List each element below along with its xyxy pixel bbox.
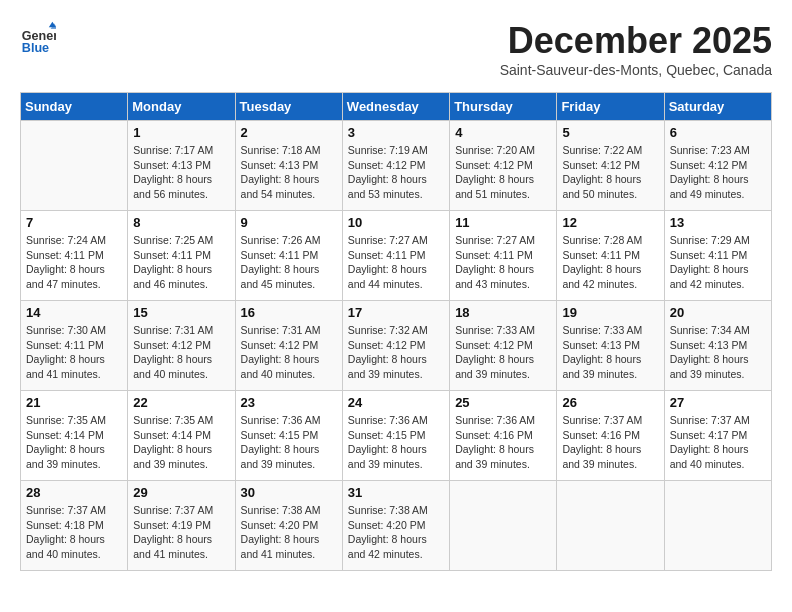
day-number: 7 bbox=[26, 215, 122, 230]
calendar-day-cell: 29Sunrise: 7:37 AMSunset: 4:19 PMDayligh… bbox=[128, 481, 235, 571]
weekday-header-cell: Wednesday bbox=[342, 93, 449, 121]
day-number: 30 bbox=[241, 485, 337, 500]
calendar-day-cell: 6Sunrise: 7:23 AMSunset: 4:12 PMDaylight… bbox=[664, 121, 771, 211]
day-number: 17 bbox=[348, 305, 444, 320]
calendar-day-cell bbox=[664, 481, 771, 571]
day-info: Sunrise: 7:27 AMSunset: 4:11 PMDaylight:… bbox=[455, 233, 551, 292]
day-info: Sunrise: 7:30 AMSunset: 4:11 PMDaylight:… bbox=[26, 323, 122, 382]
calendar-day-cell: 17Sunrise: 7:32 AMSunset: 4:12 PMDayligh… bbox=[342, 301, 449, 391]
weekday-header-cell: Saturday bbox=[664, 93, 771, 121]
day-info: Sunrise: 7:37 AMSunset: 4:19 PMDaylight:… bbox=[133, 503, 229, 562]
day-info: Sunrise: 7:29 AMSunset: 4:11 PMDaylight:… bbox=[670, 233, 766, 292]
day-number: 9 bbox=[241, 215, 337, 230]
calendar-day-cell: 28Sunrise: 7:37 AMSunset: 4:18 PMDayligh… bbox=[21, 481, 128, 571]
day-info: Sunrise: 7:22 AMSunset: 4:12 PMDaylight:… bbox=[562, 143, 658, 202]
day-info: Sunrise: 7:28 AMSunset: 4:11 PMDaylight:… bbox=[562, 233, 658, 292]
calendar-day-cell: 25Sunrise: 7:36 AMSunset: 4:16 PMDayligh… bbox=[450, 391, 557, 481]
day-info: Sunrise: 7:24 AMSunset: 4:11 PMDaylight:… bbox=[26, 233, 122, 292]
day-info: Sunrise: 7:17 AMSunset: 4:13 PMDaylight:… bbox=[133, 143, 229, 202]
day-number: 21 bbox=[26, 395, 122, 410]
calendar-day-cell: 22Sunrise: 7:35 AMSunset: 4:14 PMDayligh… bbox=[128, 391, 235, 481]
day-info: Sunrise: 7:32 AMSunset: 4:12 PMDaylight:… bbox=[348, 323, 444, 382]
calendar-day-cell: 16Sunrise: 7:31 AMSunset: 4:12 PMDayligh… bbox=[235, 301, 342, 391]
day-info: Sunrise: 7:37 AMSunset: 4:17 PMDaylight:… bbox=[670, 413, 766, 472]
day-number: 18 bbox=[455, 305, 551, 320]
calendar-day-cell: 18Sunrise: 7:33 AMSunset: 4:12 PMDayligh… bbox=[450, 301, 557, 391]
day-number: 8 bbox=[133, 215, 229, 230]
day-number: 6 bbox=[670, 125, 766, 140]
calendar-week-row: 21Sunrise: 7:35 AMSunset: 4:14 PMDayligh… bbox=[21, 391, 772, 481]
calendar-day-cell: 1Sunrise: 7:17 AMSunset: 4:13 PMDaylight… bbox=[128, 121, 235, 211]
day-number: 1 bbox=[133, 125, 229, 140]
calendar-week-row: 1Sunrise: 7:17 AMSunset: 4:13 PMDaylight… bbox=[21, 121, 772, 211]
day-info: Sunrise: 7:31 AMSunset: 4:12 PMDaylight:… bbox=[241, 323, 337, 382]
location-subtitle: Saint-Sauveur-des-Monts, Quebec, Canada bbox=[500, 62, 772, 78]
day-info: Sunrise: 7:33 AMSunset: 4:13 PMDaylight:… bbox=[562, 323, 658, 382]
day-number: 12 bbox=[562, 215, 658, 230]
calendar-week-row: 28Sunrise: 7:37 AMSunset: 4:18 PMDayligh… bbox=[21, 481, 772, 571]
day-info: Sunrise: 7:38 AMSunset: 4:20 PMDaylight:… bbox=[348, 503, 444, 562]
calendar-day-cell: 3Sunrise: 7:19 AMSunset: 4:12 PMDaylight… bbox=[342, 121, 449, 211]
calendar-day-cell: 11Sunrise: 7:27 AMSunset: 4:11 PMDayligh… bbox=[450, 211, 557, 301]
calendar-day-cell: 8Sunrise: 7:25 AMSunset: 4:11 PMDaylight… bbox=[128, 211, 235, 301]
title-block: December 2025 Saint-Sauveur-des-Monts, Q… bbox=[500, 20, 772, 88]
day-number: 26 bbox=[562, 395, 658, 410]
calendar-day-cell: 5Sunrise: 7:22 AMSunset: 4:12 PMDaylight… bbox=[557, 121, 664, 211]
calendar-day-cell: 7Sunrise: 7:24 AMSunset: 4:11 PMDaylight… bbox=[21, 211, 128, 301]
svg-text:Blue: Blue bbox=[22, 41, 49, 55]
day-info: Sunrise: 7:19 AMSunset: 4:12 PMDaylight:… bbox=[348, 143, 444, 202]
day-info: Sunrise: 7:36 AMSunset: 4:15 PMDaylight:… bbox=[241, 413, 337, 472]
day-number: 31 bbox=[348, 485, 444, 500]
calendar-table: SundayMondayTuesdayWednesdayThursdayFrid… bbox=[20, 92, 772, 571]
weekday-header-cell: Thursday bbox=[450, 93, 557, 121]
logo: General Blue bbox=[20, 20, 60, 56]
day-info: Sunrise: 7:33 AMSunset: 4:12 PMDaylight:… bbox=[455, 323, 551, 382]
calendar-day-cell bbox=[557, 481, 664, 571]
day-info: Sunrise: 7:35 AMSunset: 4:14 PMDaylight:… bbox=[26, 413, 122, 472]
day-info: Sunrise: 7:36 AMSunset: 4:16 PMDaylight:… bbox=[455, 413, 551, 472]
day-number: 5 bbox=[562, 125, 658, 140]
day-number: 22 bbox=[133, 395, 229, 410]
day-info: Sunrise: 7:31 AMSunset: 4:12 PMDaylight:… bbox=[133, 323, 229, 382]
day-number: 14 bbox=[26, 305, 122, 320]
page-header: General Blue December 2025 Saint-Sauveur… bbox=[20, 20, 772, 88]
weekday-header-cell: Monday bbox=[128, 93, 235, 121]
day-number: 4 bbox=[455, 125, 551, 140]
day-info: Sunrise: 7:20 AMSunset: 4:12 PMDaylight:… bbox=[455, 143, 551, 202]
day-number: 29 bbox=[133, 485, 229, 500]
day-number: 11 bbox=[455, 215, 551, 230]
logo-icon: General Blue bbox=[20, 20, 56, 56]
day-info: Sunrise: 7:26 AMSunset: 4:11 PMDaylight:… bbox=[241, 233, 337, 292]
calendar-day-cell: 2Sunrise: 7:18 AMSunset: 4:13 PMDaylight… bbox=[235, 121, 342, 211]
day-number: 13 bbox=[670, 215, 766, 230]
day-info: Sunrise: 7:18 AMSunset: 4:13 PMDaylight:… bbox=[241, 143, 337, 202]
calendar-day-cell: 14Sunrise: 7:30 AMSunset: 4:11 PMDayligh… bbox=[21, 301, 128, 391]
calendar-day-cell: 12Sunrise: 7:28 AMSunset: 4:11 PMDayligh… bbox=[557, 211, 664, 301]
calendar-week-row: 14Sunrise: 7:30 AMSunset: 4:11 PMDayligh… bbox=[21, 301, 772, 391]
calendar-week-row: 7Sunrise: 7:24 AMSunset: 4:11 PMDaylight… bbox=[21, 211, 772, 301]
calendar-day-cell: 15Sunrise: 7:31 AMSunset: 4:12 PMDayligh… bbox=[128, 301, 235, 391]
day-number: 19 bbox=[562, 305, 658, 320]
day-number: 23 bbox=[241, 395, 337, 410]
calendar-day-cell: 4Sunrise: 7:20 AMSunset: 4:12 PMDaylight… bbox=[450, 121, 557, 211]
calendar-day-cell bbox=[21, 121, 128, 211]
day-info: Sunrise: 7:25 AMSunset: 4:11 PMDaylight:… bbox=[133, 233, 229, 292]
day-info: Sunrise: 7:38 AMSunset: 4:20 PMDaylight:… bbox=[241, 503, 337, 562]
calendar-day-cell bbox=[450, 481, 557, 571]
day-info: Sunrise: 7:35 AMSunset: 4:14 PMDaylight:… bbox=[133, 413, 229, 472]
calendar-body: 1Sunrise: 7:17 AMSunset: 4:13 PMDaylight… bbox=[21, 121, 772, 571]
calendar-day-cell: 24Sunrise: 7:36 AMSunset: 4:15 PMDayligh… bbox=[342, 391, 449, 481]
day-number: 16 bbox=[241, 305, 337, 320]
calendar-day-cell: 13Sunrise: 7:29 AMSunset: 4:11 PMDayligh… bbox=[664, 211, 771, 301]
day-number: 28 bbox=[26, 485, 122, 500]
calendar-day-cell: 30Sunrise: 7:38 AMSunset: 4:20 PMDayligh… bbox=[235, 481, 342, 571]
calendar-day-cell: 23Sunrise: 7:36 AMSunset: 4:15 PMDayligh… bbox=[235, 391, 342, 481]
weekday-header-cell: Tuesday bbox=[235, 93, 342, 121]
day-number: 2 bbox=[241, 125, 337, 140]
day-info: Sunrise: 7:23 AMSunset: 4:12 PMDaylight:… bbox=[670, 143, 766, 202]
calendar-day-cell: 10Sunrise: 7:27 AMSunset: 4:11 PMDayligh… bbox=[342, 211, 449, 301]
day-number: 10 bbox=[348, 215, 444, 230]
day-number: 27 bbox=[670, 395, 766, 410]
day-info: Sunrise: 7:36 AMSunset: 4:15 PMDaylight:… bbox=[348, 413, 444, 472]
calendar-day-cell: 27Sunrise: 7:37 AMSunset: 4:17 PMDayligh… bbox=[664, 391, 771, 481]
